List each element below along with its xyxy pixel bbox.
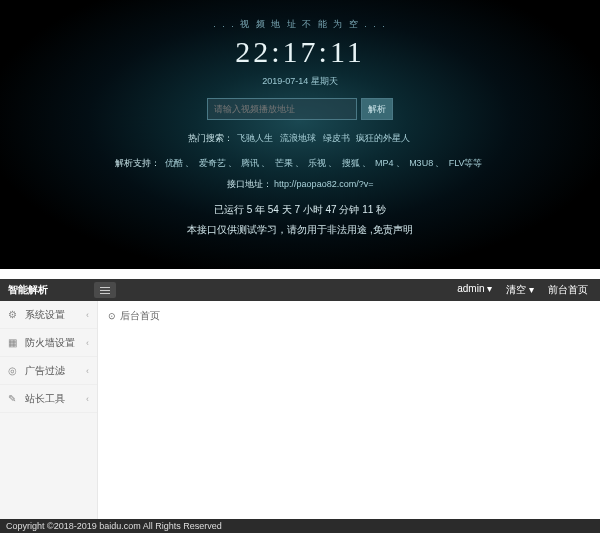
breadcrumb-label: 后台首页 bbox=[120, 309, 160, 323]
gap bbox=[0, 269, 600, 279]
chevron-left-icon: ‹ bbox=[86, 338, 89, 348]
video-url-input[interactable] bbox=[207, 98, 357, 120]
sidebar-item-label: 广告过滤 bbox=[25, 364, 65, 378]
gear-icon: ⚙ bbox=[8, 309, 20, 320]
hot-link[interactable]: 流浪地球 bbox=[280, 133, 316, 143]
hot-label: 热门搜索： bbox=[188, 133, 233, 143]
sidebar: ⚙ 系统设置 ‹ ▦ 防火墙设置 ‹ ◎ 广告过滤 ‹ ✎ 站长工具 ‹ bbox=[0, 301, 98, 519]
date-display: 2019-07-14 星期天 bbox=[0, 75, 600, 88]
hot-search-row: 热门搜索： 飞驰人生 流浪地球 绿皮书 疯狂的外星人 bbox=[0, 132, 600, 145]
clear-menu[interactable]: 清空 ▾ bbox=[506, 283, 534, 297]
search-row: 解析 bbox=[0, 98, 600, 120]
sidebar-toggle-button[interactable] bbox=[94, 282, 116, 298]
support-label: 解析支持： bbox=[115, 158, 160, 168]
support-link[interactable]: 腾讯 bbox=[241, 158, 259, 168]
support-row: 解析支持： 优酷、 爱奇艺、 腾讯、 芒果、 乐视、 搜狐、 MP4、 M3U8… bbox=[0, 157, 600, 170]
grid-icon: ▦ bbox=[8, 337, 20, 348]
video-parser-panel: . . . 视 频 地 址 不 能 为 空 . . . 22:17:11 201… bbox=[0, 0, 600, 269]
interface-label: 接口地址： bbox=[227, 179, 272, 189]
sidebar-item-label: 站长工具 bbox=[25, 392, 65, 406]
support-link[interactable]: MP4 bbox=[375, 158, 394, 168]
circle-icon: ⊙ bbox=[108, 311, 116, 321]
admin-topbar: 智能解析 admin ▾ 清空 ▾ 前台首页 bbox=[0, 279, 600, 301]
clock-display: 22:17:11 bbox=[0, 35, 600, 69]
topbar-right: admin ▾ 清空 ▾ 前台首页 bbox=[457, 283, 600, 297]
copyright-text: Copyright ©2018-2019 baidu.com All Right… bbox=[6, 521, 222, 531]
bottom-pad bbox=[0, 533, 600, 540]
frontend-home-link[interactable]: 前台首页 bbox=[548, 283, 588, 297]
pencil-icon: ✎ bbox=[8, 393, 20, 404]
notice-text: . . . 视 频 地 址 不 能 为 空 . . . bbox=[0, 18, 600, 31]
hot-link[interactable]: 飞驰人生 bbox=[237, 133, 273, 143]
runtime-text: 已运行 5 年 54 天 7 小时 47 分钟 11 秒 bbox=[0, 203, 600, 217]
admin-body: ⚙ 系统设置 ‹ ▦ 防火墙设置 ‹ ◎ 广告过滤 ‹ ✎ 站长工具 ‹ ⊙ bbox=[0, 301, 600, 519]
admin-panel: 智能解析 admin ▾ 清空 ▾ 前台首页 ⚙ 系统设置 ‹ ▦ 防火墙设置 … bbox=[0, 279, 600, 533]
chevron-left-icon: ‹ bbox=[86, 310, 89, 320]
interface-row: 接口地址： http://paopao82.com/?v= bbox=[0, 178, 600, 191]
support-link[interactable]: 芒果 bbox=[275, 158, 293, 168]
content-area: ⊙ 后台首页 bbox=[98, 301, 600, 519]
hot-link[interactable]: 疯狂的外星人 bbox=[356, 133, 410, 143]
support-link[interactable]: 乐视 bbox=[308, 158, 326, 168]
chevron-left-icon: ‹ bbox=[86, 394, 89, 404]
disclaimer-text: 本接口仅供测试学习，请勿用于非法用途 ,免责声明 bbox=[0, 223, 600, 237]
sidebar-item-webmaster[interactable]: ✎ 站长工具 ‹ bbox=[0, 385, 97, 413]
chevron-left-icon: ‹ bbox=[86, 366, 89, 376]
support-link[interactable]: 优酷 bbox=[165, 158, 183, 168]
sidebar-item-adfilter[interactable]: ◎ 广告过滤 ‹ bbox=[0, 357, 97, 385]
footer: Copyright ©2018-2019 baidu.com All Right… bbox=[0, 519, 600, 533]
hot-link[interactable]: 绿皮书 bbox=[323, 133, 350, 143]
interface-url: http://paopao82.com/?v= bbox=[274, 179, 373, 189]
target-icon: ◎ bbox=[8, 365, 20, 376]
brand-title: 智能解析 bbox=[0, 283, 90, 297]
user-menu[interactable]: admin ▾ bbox=[457, 283, 492, 297]
support-link[interactable]: 爱奇艺 bbox=[199, 158, 226, 168]
support-link[interactable]: M3U8 bbox=[409, 158, 433, 168]
parse-button[interactable]: 解析 bbox=[361, 98, 393, 120]
sidebar-item-label: 系统设置 bbox=[25, 308, 65, 322]
support-link[interactable]: 搜狐 bbox=[342, 158, 360, 168]
breadcrumb: ⊙ 后台首页 bbox=[108, 309, 590, 323]
sidebar-item-system[interactable]: ⚙ 系统设置 ‹ bbox=[0, 301, 97, 329]
sidebar-item-label: 防火墙设置 bbox=[25, 336, 75, 350]
sidebar-item-firewall[interactable]: ▦ 防火墙设置 ‹ bbox=[0, 329, 97, 357]
support-link[interactable]: FLV等等 bbox=[449, 158, 483, 168]
